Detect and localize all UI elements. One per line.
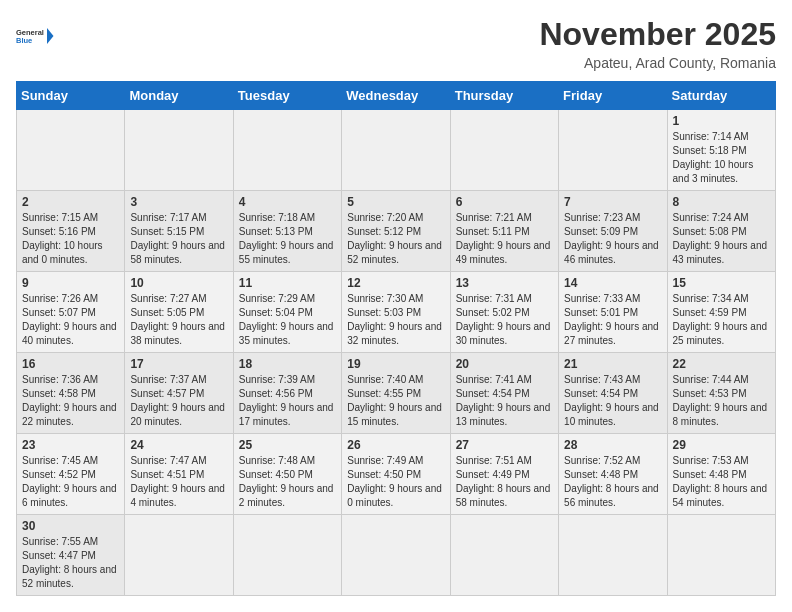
day-number: 21	[564, 357, 661, 371]
calendar-day-cell	[667, 515, 775, 596]
day-number: 18	[239, 357, 336, 371]
calendar-day-cell: 17Sunrise: 7:37 AM Sunset: 4:57 PM Dayli…	[125, 353, 233, 434]
day-number: 6	[456, 195, 553, 209]
day-number: 2	[22, 195, 119, 209]
day-number: 10	[130, 276, 227, 290]
weekday-header: Wednesday	[342, 82, 450, 110]
calendar-day-cell: 29Sunrise: 7:53 AM Sunset: 4:48 PM Dayli…	[667, 434, 775, 515]
day-number: 7	[564, 195, 661, 209]
calendar-day-cell	[559, 515, 667, 596]
day-number: 30	[22, 519, 119, 533]
calendar-day-cell: 26Sunrise: 7:49 AM Sunset: 4:50 PM Dayli…	[342, 434, 450, 515]
weekday-header: Friday	[559, 82, 667, 110]
calendar-day-cell: 24Sunrise: 7:47 AM Sunset: 4:51 PM Dayli…	[125, 434, 233, 515]
calendar-day-cell: 13Sunrise: 7:31 AM Sunset: 5:02 PM Dayli…	[450, 272, 558, 353]
day-info: Sunrise: 7:36 AM Sunset: 4:58 PM Dayligh…	[22, 373, 119, 429]
day-info: Sunrise: 7:17 AM Sunset: 5:15 PM Dayligh…	[130, 211, 227, 267]
day-number: 25	[239, 438, 336, 452]
day-number: 17	[130, 357, 227, 371]
calendar-day-cell: 18Sunrise: 7:39 AM Sunset: 4:56 PM Dayli…	[233, 353, 341, 434]
calendar-day-cell: 10Sunrise: 7:27 AM Sunset: 5:05 PM Dayli…	[125, 272, 233, 353]
day-info: Sunrise: 7:23 AM Sunset: 5:09 PM Dayligh…	[564, 211, 661, 267]
day-info: Sunrise: 7:40 AM Sunset: 4:55 PM Dayligh…	[347, 373, 444, 429]
day-info: Sunrise: 7:24 AM Sunset: 5:08 PM Dayligh…	[673, 211, 770, 267]
weekday-header: Tuesday	[233, 82, 341, 110]
day-info: Sunrise: 7:47 AM Sunset: 4:51 PM Dayligh…	[130, 454, 227, 510]
calendar-day-cell: 12Sunrise: 7:30 AM Sunset: 5:03 PM Dayli…	[342, 272, 450, 353]
calendar-day-cell: 30Sunrise: 7:55 AM Sunset: 4:47 PM Dayli…	[17, 515, 125, 596]
calendar-day-cell	[125, 110, 233, 191]
day-number: 15	[673, 276, 770, 290]
calendar-day-cell: 3Sunrise: 7:17 AM Sunset: 5:15 PM Daylig…	[125, 191, 233, 272]
day-number: 13	[456, 276, 553, 290]
day-number: 8	[673, 195, 770, 209]
day-info: Sunrise: 7:41 AM Sunset: 4:54 PM Dayligh…	[456, 373, 553, 429]
day-info: Sunrise: 7:52 AM Sunset: 4:48 PM Dayligh…	[564, 454, 661, 510]
calendar-day-cell: 2Sunrise: 7:15 AM Sunset: 5:16 PM Daylig…	[17, 191, 125, 272]
calendar-day-cell: 25Sunrise: 7:48 AM Sunset: 4:50 PM Dayli…	[233, 434, 341, 515]
day-number: 9	[22, 276, 119, 290]
calendar-day-cell: 7Sunrise: 7:23 AM Sunset: 5:09 PM Daylig…	[559, 191, 667, 272]
calendar-day-cell	[125, 515, 233, 596]
day-info: Sunrise: 7:43 AM Sunset: 4:54 PM Dayligh…	[564, 373, 661, 429]
title-area: November 2025 Apateu, Arad County, Roman…	[539, 16, 776, 71]
calendar-day-cell: 4Sunrise: 7:18 AM Sunset: 5:13 PM Daylig…	[233, 191, 341, 272]
svg-marker-2	[47, 28, 54, 44]
day-info: Sunrise: 7:37 AM Sunset: 4:57 PM Dayligh…	[130, 373, 227, 429]
day-info: Sunrise: 7:55 AM Sunset: 4:47 PM Dayligh…	[22, 535, 119, 591]
calendar-day-cell: 15Sunrise: 7:34 AM Sunset: 4:59 PM Dayli…	[667, 272, 775, 353]
day-number: 20	[456, 357, 553, 371]
calendar-day-cell: 19Sunrise: 7:40 AM Sunset: 4:55 PM Dayli…	[342, 353, 450, 434]
day-number: 3	[130, 195, 227, 209]
calendar-day-cell: 20Sunrise: 7:41 AM Sunset: 4:54 PM Dayli…	[450, 353, 558, 434]
calendar-table: SundayMondayTuesdayWednesdayThursdayFrid…	[16, 81, 776, 596]
calendar-day-cell: 23Sunrise: 7:45 AM Sunset: 4:52 PM Dayli…	[17, 434, 125, 515]
day-number: 29	[673, 438, 770, 452]
day-number: 23	[22, 438, 119, 452]
weekday-header: Sunday	[17, 82, 125, 110]
day-number: 11	[239, 276, 336, 290]
day-info: Sunrise: 7:20 AM Sunset: 5:12 PM Dayligh…	[347, 211, 444, 267]
calendar-day-cell: 28Sunrise: 7:52 AM Sunset: 4:48 PM Dayli…	[559, 434, 667, 515]
day-number: 4	[239, 195, 336, 209]
day-number: 14	[564, 276, 661, 290]
calendar-day-cell	[17, 110, 125, 191]
day-info: Sunrise: 7:27 AM Sunset: 5:05 PM Dayligh…	[130, 292, 227, 348]
day-number: 5	[347, 195, 444, 209]
calendar-title: November 2025	[539, 16, 776, 53]
calendar-day-cell: 27Sunrise: 7:51 AM Sunset: 4:49 PM Dayli…	[450, 434, 558, 515]
calendar-day-cell: 21Sunrise: 7:43 AM Sunset: 4:54 PM Dayli…	[559, 353, 667, 434]
day-info: Sunrise: 7:45 AM Sunset: 4:52 PM Dayligh…	[22, 454, 119, 510]
weekday-header: Saturday	[667, 82, 775, 110]
day-number: 26	[347, 438, 444, 452]
day-info: Sunrise: 7:44 AM Sunset: 4:53 PM Dayligh…	[673, 373, 770, 429]
day-info: Sunrise: 7:39 AM Sunset: 4:56 PM Dayligh…	[239, 373, 336, 429]
calendar-day-cell: 1Sunrise: 7:14 AM Sunset: 5:18 PM Daylig…	[667, 110, 775, 191]
day-number: 24	[130, 438, 227, 452]
calendar-subtitle: Apateu, Arad County, Romania	[539, 55, 776, 71]
day-info: Sunrise: 7:31 AM Sunset: 5:02 PM Dayligh…	[456, 292, 553, 348]
day-info: Sunrise: 7:14 AM Sunset: 5:18 PM Dayligh…	[673, 130, 770, 186]
calendar-day-cell	[233, 515, 341, 596]
day-info: Sunrise: 7:33 AM Sunset: 5:01 PM Dayligh…	[564, 292, 661, 348]
page-header: General Blue November 2025 Apateu, Arad …	[16, 16, 776, 71]
day-info: Sunrise: 7:51 AM Sunset: 4:49 PM Dayligh…	[456, 454, 553, 510]
calendar-day-cell: 14Sunrise: 7:33 AM Sunset: 5:01 PM Dayli…	[559, 272, 667, 353]
day-info: Sunrise: 7:21 AM Sunset: 5:11 PM Dayligh…	[456, 211, 553, 267]
day-number: 16	[22, 357, 119, 371]
calendar-day-cell: 9Sunrise: 7:26 AM Sunset: 5:07 PM Daylig…	[17, 272, 125, 353]
calendar-day-cell: 6Sunrise: 7:21 AM Sunset: 5:11 PM Daylig…	[450, 191, 558, 272]
day-number: 1	[673, 114, 770, 128]
day-info: Sunrise: 7:26 AM Sunset: 5:07 PM Dayligh…	[22, 292, 119, 348]
calendar-day-cell	[342, 515, 450, 596]
calendar-day-cell	[342, 110, 450, 191]
logo: General Blue	[16, 16, 56, 56]
calendar-day-cell: 11Sunrise: 7:29 AM Sunset: 5:04 PM Dayli…	[233, 272, 341, 353]
day-info: Sunrise: 7:48 AM Sunset: 4:50 PM Dayligh…	[239, 454, 336, 510]
day-number: 28	[564, 438, 661, 452]
calendar-week-row: 16Sunrise: 7:36 AM Sunset: 4:58 PM Dayli…	[17, 353, 776, 434]
day-info: Sunrise: 7:34 AM Sunset: 4:59 PM Dayligh…	[673, 292, 770, 348]
calendar-day-cell: 16Sunrise: 7:36 AM Sunset: 4:58 PM Dayli…	[17, 353, 125, 434]
svg-text:Blue: Blue	[16, 36, 32, 45]
day-info: Sunrise: 7:29 AM Sunset: 5:04 PM Dayligh…	[239, 292, 336, 348]
